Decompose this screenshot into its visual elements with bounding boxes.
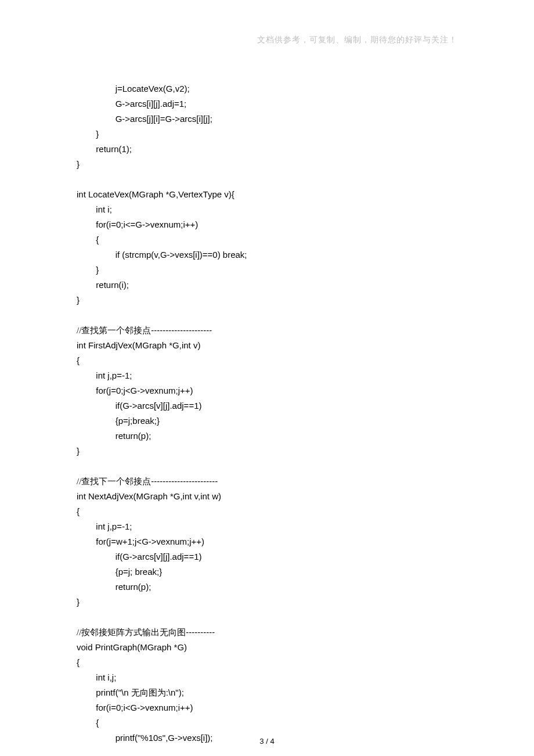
code-comment-line: //查找第一个邻接点--------------------- <box>77 325 212 335</box>
code-line: { <box>77 718 99 728</box>
code-line: if(G->arcs[v][j].adj==1) <box>77 552 201 561</box>
comment-cjk: //查找第一个邻接点 <box>77 326 151 335</box>
document-page: 文档供参考，可复制、编制，期待您的好评与关注！ j=LocateVex(G,v2… <box>0 0 534 756</box>
code-line: } <box>77 446 80 456</box>
code-line: int i,j; <box>77 672 116 682</box>
code-line: { <box>77 506 80 516</box>
code-line: G->arcs[i][j].adj=1; <box>77 99 186 109</box>
code-line: int i; <box>77 204 112 214</box>
code-line: return(p); <box>77 582 151 592</box>
code-line: {p=j;break;} <box>77 416 160 426</box>
code-line: return(p); <box>77 431 151 441</box>
code-line: {p=j; break;} <box>77 567 162 577</box>
code-line: for(j=w+1;j<G->vexnum;j++) <box>77 537 204 546</box>
comment-cjk: //按邻接矩阵方式输出无向图 <box>77 628 186 637</box>
code-line: for(j=0;j<G->vexnum;j++) <box>77 386 193 395</box>
comment-dashes: ---------- <box>186 627 215 637</box>
code-line: return(1); <box>77 144 132 154</box>
code-comment-line: //按邻接矩阵方式输出无向图---------- <box>77 627 215 637</box>
code-line: { <box>77 235 99 244</box>
code-line: int j,p=-1; <box>77 521 132 531</box>
code-line: for(i=0;i<=G->vexnum;i++) <box>77 219 198 229</box>
code-line: int LocateVex(MGraph *G,VertexType v){ <box>77 189 234 199</box>
code-line: int FirstAdjVex(MGraph *G,int v) <box>77 340 200 350</box>
code-segment: :\n"); <box>166 687 184 697</box>
header-note: 文档供参考，可复制、编制，期待您的好评与关注！ <box>77 35 457 45</box>
code-line: G->arcs[j][i]=G->arcs[i][j]; <box>77 114 212 124</box>
code-line: } <box>77 597 80 607</box>
code-line: printf("\n 无向图为:\n"); <box>77 687 184 697</box>
code-line: if (strcmp(v,G->vexs[i])==0) break; <box>77 250 247 260</box>
code-line: return(i); <box>77 280 129 290</box>
code-line: } <box>77 129 99 139</box>
code-line: j=LocateVex(G,v2); <box>77 84 190 93</box>
code-line: int NextAdjVex(MGraph *G,int v,int w) <box>77 491 221 501</box>
code-line: for(i=0;i<G->vexnum;i++) <box>77 703 193 712</box>
code-line: int j,p=-1; <box>77 370 132 380</box>
code-segment: printf("\n <box>77 687 131 697</box>
comment-dashes: ----------------------- <box>151 476 218 486</box>
code-comment-line: //查找下一个邻接点----------------------- <box>77 476 218 486</box>
code-line: if(G->arcs[v][j].adj==1) <box>77 401 201 411</box>
code-line: void PrintGraph(MGraph *G) <box>77 642 187 652</box>
code-segment-cjk: 无向图为 <box>131 688 166 697</box>
code-line: { <box>77 355 80 365</box>
page-footer: 3 / 4 <box>77 737 457 746</box>
comment-cjk: //查找下一个邻接点 <box>77 477 151 486</box>
code-block: j=LocateVex(G,v2); G->arcs[i][j].adj=1; … <box>77 66 457 746</box>
code-line: } <box>77 295 80 305</box>
code-line: } <box>77 159 80 169</box>
comment-dashes: --------------------- <box>151 325 212 335</box>
code-line: } <box>77 265 99 275</box>
code-line: { <box>77 657 80 667</box>
